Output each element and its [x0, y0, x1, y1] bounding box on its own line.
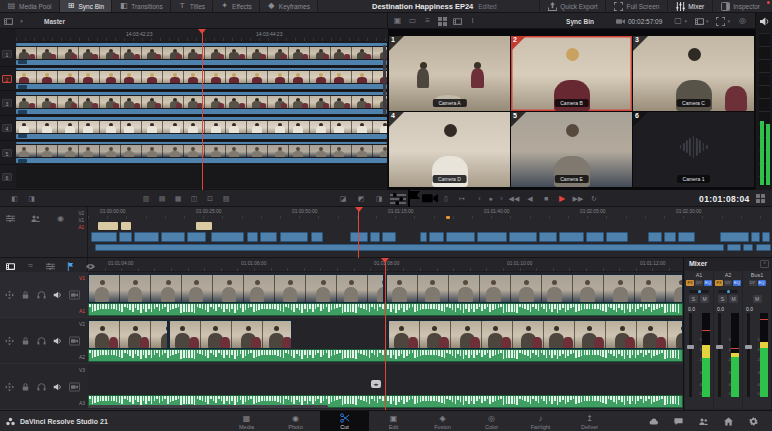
- sync-bin-scrollbar[interactable]: [383, 45, 386, 115]
- video-clip[interactable]: [477, 232, 507, 242]
- nudge-left-button[interactable]: ‹: [474, 193, 485, 205]
- play-button[interactable]: ▶: [554, 193, 570, 205]
- video-clip[interactable]: [751, 232, 761, 242]
- tools-icon[interactable]: [390, 193, 406, 205]
- dy-badge[interactable]: DY: [695, 280, 703, 286]
- track-header-v2[interactable]: V2A2: [0, 318, 88, 364]
- video-clip[interactable]: [446, 232, 475, 242]
- marker-pin-icon[interactable]: [66, 262, 75, 271]
- sync-bin-playhead[interactable]: [202, 29, 203, 190]
- camera-icon[interactable]: [69, 290, 80, 299]
- fx-badge[interactable]: FX: [686, 280, 694, 286]
- video-clip[interactable]: [648, 232, 662, 242]
- eq-badge[interactable]: EQ: [704, 280, 712, 286]
- video-clip[interactable]: [606, 232, 628, 242]
- tab-titles[interactable]: TTitles: [171, 0, 213, 12]
- overview-playhead-handle[interactable]: [355, 207, 363, 212]
- video-clip[interactable]: [386, 274, 684, 303]
- fader-track[interactable]: [747, 313, 750, 397]
- camera-tile-5[interactable]: 5Camera E: [511, 112, 632, 187]
- tab-sync-bin[interactable]: ⊞Sync Bin: [60, 0, 113, 12]
- video-clip[interactable]: [559, 232, 584, 242]
- video-clip[interactable]: [762, 232, 770, 242]
- camera-tile-2[interactable]: 2Camera B: [511, 36, 632, 111]
- ripple-overwrite-icon[interactable]: ▦: [170, 193, 186, 205]
- extend-icon[interactable]: ↦: [454, 193, 470, 205]
- multicam-view-icon[interactable]: [438, 17, 447, 26]
- sync-bin-row[interactable]: 5: [0, 141, 388, 166]
- marker-flag-icon[interactable]: [406, 193, 422, 205]
- video-clip[interactable]: [169, 320, 292, 349]
- fader-handle[interactable]: [716, 345, 723, 349]
- sync-bin-row[interactable]: 3: [0, 91, 388, 116]
- zoom-dropdown[interactable]: ▾: [716, 17, 730, 26]
- tab-effects[interactable]: ✦Effects: [213, 0, 260, 12]
- video-clip[interactable]: [429, 232, 445, 242]
- collaboration-icon[interactable]: [699, 417, 708, 426]
- video-clip[interactable]: [370, 232, 380, 242]
- page-tab-photo[interactable]: ◉Photo: [271, 411, 320, 431]
- overview-playhead[interactable]: [358, 207, 359, 258]
- title-clip[interactable]: [121, 222, 131, 230]
- mute-button[interactable]: M: [700, 295, 709, 303]
- source-clip-label[interactable]: Master: [44, 18, 65, 25]
- video-clip[interactable]: [509, 232, 536, 242]
- title-clip[interactable]: [196, 222, 212, 230]
- audio-clip[interactable]: [743, 244, 753, 251]
- sync-bin-playhead-handle[interactable]: [198, 29, 206, 34]
- point-button[interactable]: ●: [485, 193, 496, 205]
- move-icon[interactable]: [5, 382, 14, 391]
- video-clip[interactable]: [119, 232, 131, 242]
- color-wheel[interactable]: ◎: [738, 17, 747, 26]
- audio-clip[interactable]: [95, 244, 724, 251]
- track-header-v3[interactable]: V3A3: [0, 364, 88, 410]
- video-clip[interactable]: [350, 232, 368, 242]
- lock-icon[interactable]: [21, 336, 30, 345]
- multicam-grid-icon[interactable]: [756, 194, 765, 203]
- dy-badge[interactable]: DY: [749, 280, 757, 286]
- video-clip[interactable]: [161, 232, 185, 242]
- dissolve-transition-icon[interactable]: ◩: [352, 193, 370, 205]
- place-on-top-icon[interactable]: ⊡: [202, 193, 218, 205]
- stop-button[interactable]: ■: [538, 193, 554, 205]
- audio-waveform-icon[interactable]: ≈: [26, 262, 35, 271]
- camera-icon[interactable]: [69, 382, 80, 391]
- sync-bin-row[interactable]: 1: [0, 42, 388, 67]
- video-clip[interactable]: [420, 232, 426, 242]
- dy-badge[interactable]: DY: [724, 280, 732, 286]
- home-icon[interactable]: [724, 417, 733, 426]
- timeline-settings-icon[interactable]: [6, 214, 15, 223]
- fader-track[interactable]: [689, 313, 692, 397]
- timeline-view-icon[interactable]: ≡: [423, 17, 432, 26]
- speaker-icon[interactable]: [759, 17, 770, 26]
- camera-tile-6[interactable]: 6Camera 1: [633, 112, 754, 187]
- page-tab-deliver[interactable]: ↥Deliver: [565, 411, 614, 431]
- film-frame-icon[interactable]: [4, 17, 13, 26]
- camera-tile-3[interactable]: 3Camera C: [633, 36, 754, 111]
- overview-ruler[interactable]: 01:00:00:0001:00:25:0001:00:50:0001:01:1…: [88, 207, 772, 219]
- multicam-cut-icon[interactable]: [422, 193, 438, 205]
- smooth-cut-icon[interactable]: ◨: [370, 193, 388, 205]
- inspector-button[interactable]: Inspector: [712, 0, 768, 13]
- eq-badge[interactable]: EQ: [733, 280, 741, 286]
- video-clip[interactable]: [280, 232, 309, 242]
- sync-bin-row[interactable]: 2: [0, 67, 388, 92]
- video-clip[interactable]: [586, 232, 604, 242]
- eq-badge[interactable]: EQ: [758, 280, 766, 286]
- cut-transition-icon[interactable]: ◪: [334, 193, 352, 205]
- page-tab-fusion[interactable]: ◈Fusion: [418, 411, 467, 431]
- fader-handle[interactable]: [687, 345, 694, 349]
- headphones-icon[interactable]: [37, 336, 46, 345]
- timeline-playhead-handle[interactable]: [381, 258, 389, 263]
- page-tab-color[interactable]: ◎Color: [467, 411, 516, 431]
- fader-handle[interactable]: [745, 345, 752, 349]
- camera-dropdown[interactable]: ▾: [695, 17, 709, 26]
- timeline-scrollbar[interactable]: [88, 405, 328, 408]
- filmstrip-view-icon[interactable]: [453, 17, 462, 26]
- speaker-icon[interactable]: [53, 290, 62, 299]
- full-screen-button[interactable]: Full Screen: [605, 0, 667, 13]
- append-icon[interactable]: ▤: [154, 193, 170, 205]
- move-icon[interactable]: [5, 336, 14, 345]
- timeline-marker[interactable]: [446, 216, 450, 219]
- track-header-v1[interactable]: V1A1: [0, 272, 88, 318]
